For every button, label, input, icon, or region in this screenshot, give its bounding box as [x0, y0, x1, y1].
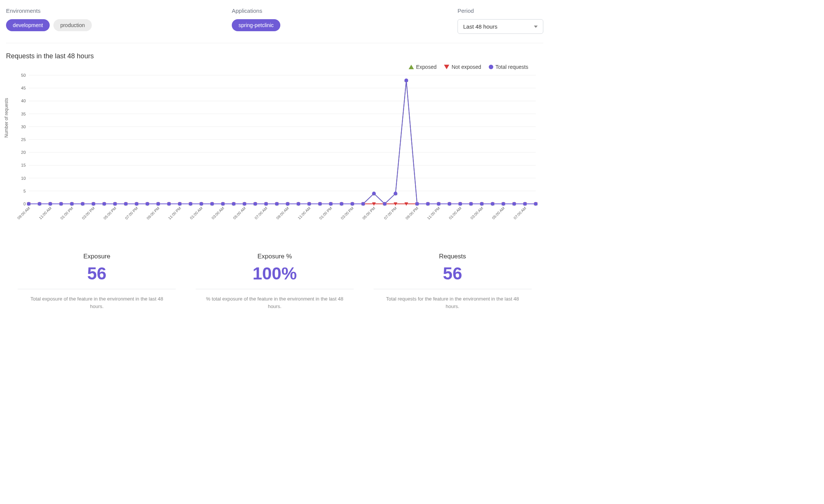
svg-point-83 — [426, 202, 430, 206]
legend-exposed-label: Exposed — [416, 64, 436, 70]
svg-point-72 — [307, 202, 311, 206]
svg-point-92 — [523, 202, 527, 206]
stat-title: Exposure — [18, 253, 176, 260]
svg-text:20: 20 — [21, 150, 26, 155]
svg-text:05:00 AM: 05:00 AM — [491, 206, 506, 220]
svg-text:11:00 AM: 11:00 AM — [38, 206, 52, 220]
period-select[interactable]: Last 48 hours — [458, 19, 543, 34]
svg-text:15: 15 — [21, 163, 26, 167]
chart-container: Number of requests 051015202530354045500… — [6, 71, 543, 234]
svg-text:11:00 AM: 11:00 AM — [297, 206, 311, 220]
svg-point-46 — [27, 202, 30, 206]
svg-point-86 — [458, 202, 462, 206]
stat-value: 56 — [374, 263, 532, 289]
stat-desc: Total exposure of the feature in the env… — [18, 295, 176, 310]
svg-text:09:00 PM: 09:00 PM — [405, 206, 419, 220]
stat-value: 56 — [18, 263, 176, 289]
svg-text:03:00 AM: 03:00 AM — [211, 206, 225, 220]
svg-point-81 — [404, 79, 408, 82]
svg-point-54 — [113, 202, 117, 206]
application-chip-spring-petclinic[interactable]: spring-petclinic — [232, 19, 280, 31]
svg-text:5: 5 — [23, 189, 26, 193]
svg-text:25: 25 — [21, 137, 26, 142]
svg-text:05:00 PM: 05:00 PM — [103, 206, 117, 220]
svg-text:40: 40 — [21, 99, 26, 103]
svg-text:03:00 PM: 03:00 PM — [340, 206, 354, 220]
svg-point-76 — [350, 202, 354, 206]
svg-text:05:00 PM: 05:00 PM — [362, 206, 376, 220]
svg-text:11:00 PM: 11:00 PM — [167, 206, 182, 220]
svg-point-89 — [491, 202, 494, 206]
legend-not-exposed-label: Not exposed — [452, 64, 481, 70]
stat-title: Exposure % — [196, 253, 354, 260]
svg-point-82 — [415, 202, 419, 206]
svg-text:03:00 AM: 03:00 AM — [470, 206, 484, 220]
svg-point-93 — [534, 202, 538, 206]
svg-point-59 — [167, 202, 171, 206]
svg-text:03:00 PM: 03:00 PM — [81, 206, 96, 220]
svg-point-73 — [318, 202, 322, 206]
svg-text:01:00 PM: 01:00 PM — [59, 206, 74, 220]
svg-point-57 — [146, 202, 149, 206]
svg-point-52 — [91, 202, 95, 206]
svg-text:30: 30 — [21, 124, 26, 129]
svg-text:05:00 AM: 05:00 AM — [232, 206, 246, 220]
stat-desc: Total requests for the feature in the en… — [374, 295, 532, 310]
svg-point-53 — [102, 202, 106, 206]
svg-point-67 — [253, 202, 257, 206]
legend-not-exposed[interactable]: Not exposed — [444, 64, 481, 70]
stats-row: Exposure56Total exposure of the feature … — [6, 253, 543, 310]
requests-chart: 0510152025303540455009:00 AM11:00 AM01:0… — [6, 71, 543, 234]
circle-icon — [489, 65, 493, 69]
svg-point-80 — [394, 192, 397, 196]
svg-text:45: 45 — [21, 86, 26, 90]
svg-text:09:00 PM: 09:00 PM — [146, 206, 160, 220]
svg-text:07:00 PM: 07:00 PM — [124, 206, 138, 220]
filters-row: Environments developmentproduction Appli… — [6, 8, 543, 43]
svg-point-50 — [70, 202, 74, 206]
svg-point-77 — [361, 202, 365, 206]
svg-text:35: 35 — [21, 112, 26, 116]
svg-point-79 — [383, 202, 386, 206]
stat-desc: % total exposure of the feature in the e… — [196, 295, 354, 310]
triangle-down-icon — [444, 65, 449, 69]
triangle-up-icon — [409, 65, 414, 69]
applications-filter: Applications spring-petclinic — [232, 8, 442, 34]
environment-chip-development[interactable]: development — [6, 19, 50, 31]
svg-text:11:00 PM: 11:00 PM — [426, 206, 441, 220]
svg-point-87 — [469, 202, 473, 206]
stat-card-2: Requests56Total requests for the feature… — [374, 253, 532, 310]
svg-point-65 — [232, 202, 236, 206]
period-filter: Period Last 48 hours — [458, 8, 543, 34]
svg-point-69 — [275, 202, 279, 206]
environments-filter: Environments developmentproduction — [6, 8, 217, 34]
svg-point-88 — [480, 202, 484, 206]
svg-point-51 — [81, 202, 85, 206]
period-label: Period — [458, 8, 543, 14]
svg-text:50: 50 — [21, 73, 26, 77]
svg-point-74 — [329, 202, 333, 206]
svg-point-47 — [38, 202, 41, 206]
legend-exposed[interactable]: Exposed — [409, 64, 436, 70]
svg-point-58 — [156, 202, 160, 206]
legend-total-label: Total requests — [496, 64, 528, 70]
svg-point-70 — [286, 202, 289, 206]
environments-chips: developmentproduction — [6, 19, 217, 31]
svg-point-91 — [512, 202, 516, 206]
stat-title: Requests — [374, 253, 532, 260]
svg-point-56 — [135, 202, 138, 206]
stat-value: 100% — [196, 263, 354, 289]
stat-card-0: Exposure56Total exposure of the feature … — [18, 253, 176, 310]
environment-chip-production[interactable]: production — [53, 19, 91, 31]
svg-point-84 — [437, 202, 441, 206]
svg-text:01:00 AM: 01:00 AM — [189, 206, 204, 220]
legend-total[interactable]: Total requests — [489, 64, 528, 70]
svg-text:07:00 AM: 07:00 AM — [513, 206, 527, 220]
svg-text:07:00 AM: 07:00 AM — [254, 206, 268, 220]
svg-point-48 — [49, 202, 52, 206]
applications-chips: spring-petclinic — [232, 19, 442, 31]
svg-text:0: 0 — [23, 202, 26, 206]
svg-point-85 — [447, 202, 451, 206]
svg-point-64 — [221, 202, 225, 206]
svg-text:01:00 AM: 01:00 AM — [448, 206, 462, 220]
